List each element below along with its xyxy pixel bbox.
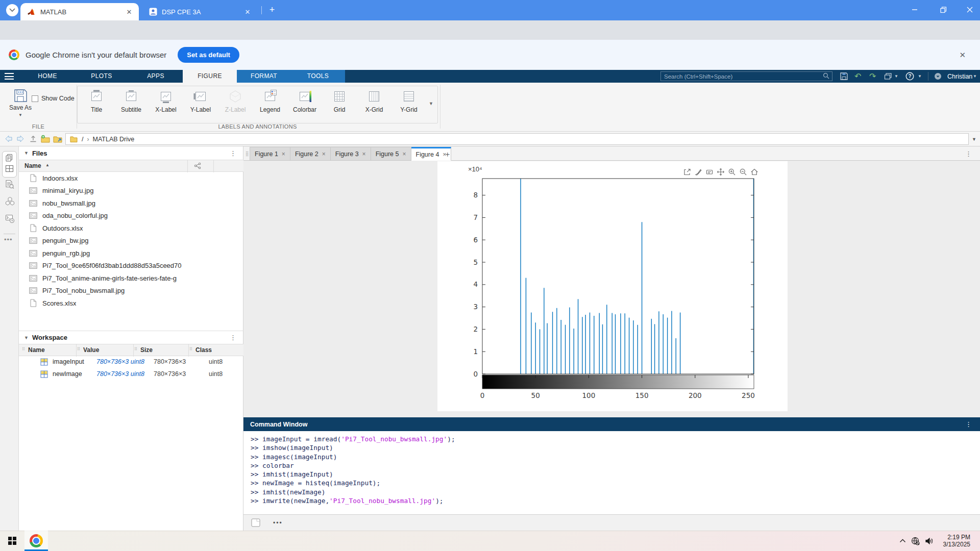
command-window-header[interactable]: Command Window ⋮ [243,417,980,431]
zoom-in-icon[interactable] [727,167,736,176]
help-icon[interactable]: ? [905,71,914,82]
ribbon-button-legend[interactable]: Legend [253,86,287,123]
command-history-icon[interactable] [5,214,15,223]
figure-tabbar-menu-icon[interactable]: ⋮ [965,150,972,158]
command-window-body[interactable]: >> imageInput = imread('Pi7_Tool_nobu_bw… [243,431,980,514]
ribbon-button-grid[interactable]: Grid [322,86,357,123]
workspace-panel-header[interactable]: ▼ Workspace ⋮ [19,331,243,344]
window-restore-button[interactable] [933,0,953,19]
user-dropdown-caret-icon[interactable]: ▼ [973,71,977,82]
file-row[interactable]: Indoors.xlsx [19,172,243,185]
workspace-column-name[interactable]: Name [28,346,45,354]
workspace-row[interactable]: imageInput780×736×3 uint8780×736×3uint8 [19,356,243,368]
layout-dropdown-caret-icon[interactable]: ▼ [894,71,898,82]
user-menu[interactable]: Christian [947,71,972,82]
tray-expand-icon[interactable] [899,539,906,543]
details-panel-icon[interactable] [251,518,260,527]
file-row[interactable]: minimal_kiryu.jpg [19,185,243,197]
column-divider[interactable] [133,344,134,357]
nav-back-icon[interactable] [4,135,13,143]
menu-tab-figure[interactable]: FIGURE [183,70,237,83]
checkbox[interactable] [32,95,38,102]
ribbon-button-ylabel[interactable]: Y-Label [183,86,218,123]
collapse-caret-icon[interactable]: ▼ [24,335,29,340]
workspace-column-size[interactable]: Size [140,346,153,354]
figure-tab-figure-5[interactable]: Figure 5× [371,147,411,161]
workspace-column-value[interactable]: Value [83,346,99,354]
zoom-out-icon[interactable] [739,167,747,176]
close-figure-tab-icon[interactable]: × [322,151,326,158]
matlab-menu-icon[interactable] [5,73,14,80]
sort-ascending-icon[interactable]: ▲ [45,163,50,167]
upload-icon[interactable] [29,135,37,143]
set-as-default-button[interactable]: Set as default [178,47,239,63]
new-tab-button[interactable]: + [266,5,278,16]
user-settings-icon[interactable] [934,71,942,82]
filebar-collapse-caret-icon[interactable]: ▼ [972,137,976,142]
taskbar-clock[interactable]: 2:19 PM 3/13/2025 [939,534,970,548]
workspace-column-class[interactable]: Class [195,346,212,354]
workspace-panel-menu-icon[interactable]: ⋮ [230,334,236,341]
browser-tab-matlab[interactable]: MATLAB ✕ [20,3,139,20]
pan-icon[interactable] [716,167,725,176]
file-row[interactable]: oda_nobu_colorful.jpg [19,210,243,222]
notification-close-icon[interactable]: ✕ [959,51,966,60]
file-row[interactable]: Outdoors.xlsx [19,222,243,235]
rail-more-icon[interactable]: ••• [4,236,13,243]
workspace-row[interactable]: newImage780×736×3 uint8780×736×3uint8 [19,368,243,381]
nav-forward-icon[interactable] [16,135,25,143]
file-row[interactable]: nobu_bwsmall.jpg [19,197,243,210]
menu-tab-home[interactable]: HOME [20,70,75,83]
new-figure-tab-icon[interactable]: ＋ [444,149,451,159]
column-divider[interactable] [188,344,189,357]
file-row[interactable]: penguin_rgb.jpg [19,247,243,260]
panel-layout-icon[interactable] [5,165,14,172]
brush-icon[interactable] [694,167,702,176]
window-close-button[interactable] [960,0,980,19]
new-folder-icon[interactable] [41,135,50,143]
start-button[interactable] [8,537,16,545]
figure-tab-figure-1[interactable]: Figure 1× [250,147,290,161]
menu-tab-plots[interactable]: PLOTS [75,70,129,83]
workspace-column-header[interactable]: ⠿Name⠿Value⠿Size⠿Class [19,344,243,356]
ribbon-button-ygrid[interactable]: Y-Grid [391,86,426,123]
window-minimize-button[interactable] [904,0,925,19]
collapse-caret-icon[interactable]: ▼ [24,151,29,156]
close-tab-icon[interactable]: ✕ [125,8,134,16]
ribbon-button-xlabel[interactable]: X-Label [149,86,183,123]
collapsed-bar-more-icon[interactable]: ••• [273,519,283,527]
file-row[interactable]: Pi7_Tool_9ce65f06fd3bab1ddd88d53a5ceed70 [19,260,243,272]
file-row[interactable]: Scores.xlsx [19,297,243,310]
toolstrip-search-input[interactable] [660,71,832,81]
files-panel-icon[interactable] [5,154,14,162]
upload-folder-icon[interactable] [53,135,62,143]
network-icon[interactable] [911,537,920,545]
file-row[interactable]: Pi7_Tool_nobu_bwsmall.jpg [19,285,243,297]
undo-icon[interactable]: ↶ [854,71,861,82]
packages-icon[interactable] [5,196,15,206]
volume-icon[interactable] [925,537,934,545]
show-code-checkbox[interactable]: Show Code [32,95,75,102]
menu-tab-format[interactable]: FORMAT [237,70,291,83]
close-figure-tab-icon[interactable]: × [362,151,366,158]
command-window-menu-icon[interactable]: ⋮ [965,420,972,428]
breadcrumb[interactable]: / › MATLAB Drive [65,133,969,145]
export-icon[interactable] [682,167,691,176]
files-column-header[interactable]: Name ▲ [19,160,243,172]
labels-group-more-caret-icon[interactable]: ▼ [429,101,433,106]
file-search-icon[interactable] [5,180,14,189]
menu-tab-apps[interactable]: APPS [129,70,183,83]
ribbon-button-subtitle[interactable]: Subtitle [114,86,149,123]
ribbon-button-xgrid[interactable]: X-Grid [357,86,391,123]
breadcrumb-root[interactable]: / [82,136,83,143]
tabbar-grip-icon[interactable]: ⣿ [246,151,250,156]
close-figure-tab-icon[interactable]: × [282,151,285,158]
tab-search-button[interactable] [6,4,18,16]
redo-icon[interactable]: ↷ [869,71,876,82]
help-dropdown-caret-icon[interactable]: ▼ [918,71,922,82]
close-figure-tab-icon[interactable]: × [402,151,406,158]
breadcrumb-current[interactable]: MATLAB Drive [92,136,134,143]
save-as-button[interactable]: Save As ▼ [6,88,35,117]
column-divider[interactable] [76,344,77,357]
layout-windows-icon[interactable] [884,71,892,82]
